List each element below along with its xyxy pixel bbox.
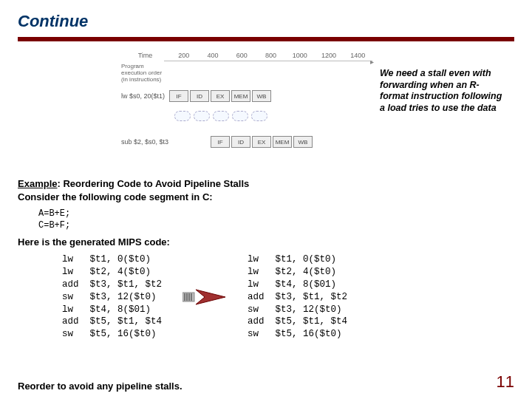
diagram-row-2: sub $2, $s0, $t3 IF ID EX MEM WB [121, 133, 314, 151]
stage-box: IF [169, 90, 188, 102]
stage-box: WB [293, 136, 313, 148]
mips-columns: lw $t1, 0($t0) lw $t2, 4($t0) add $t3, $… [62, 253, 514, 341]
c-line: C=B+F; [38, 219, 514, 231]
c-line: A=B+E; [38, 208, 514, 219]
tick: 200 [169, 52, 198, 59]
tick: 1200 [314, 52, 343, 59]
time-axis: Time 200 400 600 800 1000 1200 1400 [121, 52, 372, 59]
arrow-icon: ▸ [370, 58, 374, 66]
bubble-icon [232, 111, 248, 121]
svg-rect-3 [188, 293, 190, 301]
tick: 800 [256, 52, 285, 59]
stage-box: ID [231, 136, 250, 148]
bubble-icon [194, 111, 210, 121]
svg-rect-2 [186, 293, 188, 301]
tick: 400 [198, 52, 227, 59]
tick: 1000 [285, 52, 314, 59]
stage-box: ID [190, 90, 209, 102]
c-code-block: A=B+E; C=B+F; [38, 208, 514, 231]
instr-label-1: lw $s0, 20($t1) [121, 92, 169, 100]
stage-box: EX [252, 136, 271, 148]
mips-left: lw $t1, 0($t0) lw $t2, 4($t0) add $t3, $… [62, 253, 162, 341]
example-line: Example: Reordering Code to Avoid Pipeli… [18, 177, 514, 191]
bubble-icon [174, 111, 191, 121]
consider-line: Consider the following code segment in C… [18, 191, 514, 204]
stage-box: EX [211, 90, 230, 102]
diagram-row-1: lw $s0, 20($t1) IF ID EX MEM WB [121, 87, 273, 105]
instr-label-2: sub $2, $s0, $t3 [121, 138, 169, 146]
time-label: Time [121, 52, 169, 59]
stage-box: WB [252, 90, 271, 102]
tick: 600 [228, 52, 256, 59]
bubble-icon [251, 111, 267, 121]
footer: Reorder to avoid any pipeline stalls. 11 [18, 372, 514, 392]
example-rest: : Reordering Code to Avoid Pipeline Stal… [57, 178, 249, 189]
svg-rect-4 [191, 293, 192, 301]
tick: 1400 [344, 52, 372, 59]
axis-line [164, 61, 372, 61]
here-is-line: Here is the generated MIPS code: [18, 236, 514, 249]
slide-title: Continue [18, 12, 514, 31]
upper-block: Program execution order (in instructions… [18, 52, 514, 163]
mips-right: lw $t1, 0($t0) lw $t2, 4($t0) lw $t4, 8(… [248, 253, 347, 341]
transform-arrow [183, 288, 227, 306]
stage-box: MEM [273, 136, 292, 148]
bubble-icon [213, 111, 229, 121]
title-rule [18, 37, 514, 41]
stage-box: IF [211, 136, 230, 148]
example-label: Example [18, 178, 57, 189]
arrow-right-icon [183, 288, 227, 306]
reorder-note: Reorder to avoid any pipeline stalls. [18, 381, 183, 392]
svg-rect-1 [184, 293, 185, 301]
svg-marker-5 [196, 290, 225, 304]
page-number: 11 [497, 372, 514, 392]
stage-box: MEM [231, 90, 250, 102]
callout-text: We need a stall even with forwarding whe… [380, 68, 505, 115]
bubble-row [174, 111, 270, 121]
exec-order-label: Program execution order (in instructions… [121, 64, 163, 83]
pipeline-diagram: Program execution order (in instructions… [121, 52, 372, 163]
